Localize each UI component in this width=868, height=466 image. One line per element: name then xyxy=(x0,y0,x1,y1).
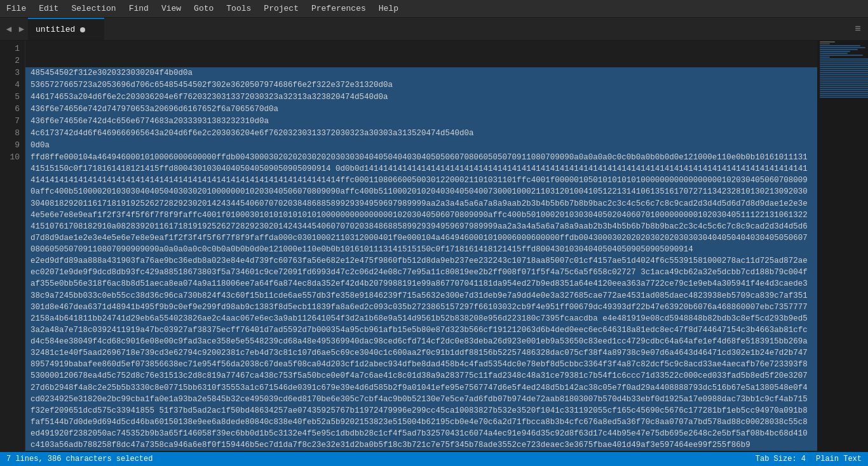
code-area[interactable]: 485454502f312e3020323030204f4b0d0a 53657… xyxy=(25,41,817,452)
line-numbers: 1 2 3 4 5 6 7 8 9 10 xyxy=(0,41,25,452)
code-line-3: 485454502f312e3020323030204f4b0d0a xyxy=(25,67,817,79)
tab-modified-indicator xyxy=(80,27,85,32)
menu-find[interactable]: Find xyxy=(123,1,155,16)
status-left: 7 lines, 386 characters selected xyxy=(6,455,153,463)
line-num-9: 9 xyxy=(5,140,20,152)
line-num-8: 8 xyxy=(5,128,20,140)
menu-tools[interactable]: Tools xyxy=(220,1,257,16)
menu-project[interactable]: Project xyxy=(257,1,305,16)
code-line-10: ffd8ffe000104a4649460001010006000600000f… xyxy=(25,152,817,451)
code-line-9: 0d0a xyxy=(25,140,817,152)
line-num-5: 5 xyxy=(5,91,20,103)
tab-prev-arrow[interactable]: ◀ xyxy=(3,20,15,38)
line-num-6: 6 xyxy=(5,103,20,116)
menu-selection[interactable]: Selection xyxy=(65,1,122,16)
editor-container: 1 2 3 4 5 6 7 8 9 10 485454502f312e30203… xyxy=(0,41,868,452)
code-line-7: 436f6e74656e742d4c656e6774683a2033393138… xyxy=(25,116,817,128)
line-num-7: 7 xyxy=(5,116,20,128)
code-line-8: 4c6173742d4d6f6469666965643a204d6f6e2c20… xyxy=(25,128,817,140)
menu-view[interactable]: View xyxy=(155,1,187,16)
active-tab[interactable]: untitled xyxy=(28,18,104,40)
status-bar: 7 lines, 386 characters selected Tab Siz… xyxy=(0,452,868,466)
tab-overflow-button[interactable]: ≡ xyxy=(850,20,865,38)
menu-bar: File Edit Selection Find View Goto Tools… xyxy=(0,0,868,18)
tab-title: untitled xyxy=(36,25,75,34)
line-num-1: 1 xyxy=(5,43,20,55)
selection-info: 7 lines, 386 characters selected xyxy=(6,455,153,463)
menu-help[interactable]: Help xyxy=(372,1,405,16)
menu-edit[interactable]: Edit xyxy=(32,1,65,16)
language-info[interactable]: Plain Text xyxy=(816,455,862,463)
line-num-3: 3 xyxy=(5,67,20,79)
code-line-5: 446174653a204d6f6e2c203036204e6f76203230… xyxy=(25,91,817,103)
code-line-6: 436f6e74656e742d747970653a20696d6167652f… xyxy=(25,103,817,116)
tab-next-arrow[interactable]: ▶ xyxy=(15,20,28,38)
minimap xyxy=(817,41,868,452)
line-num-2: 2 xyxy=(5,55,20,67)
menu-goto[interactable]: Goto xyxy=(187,1,220,16)
code-line-4: 5365727665723a2053696d706c65485454502f30… xyxy=(25,79,817,91)
menu-file[interactable]: File xyxy=(0,1,32,16)
menu-preferences[interactable]: Preferences xyxy=(305,1,372,16)
code-line-2 xyxy=(25,55,817,67)
tab-size-info[interactable]: Tab Size: 4 xyxy=(756,455,806,463)
code-line-1 xyxy=(25,43,817,55)
status-right: Tab Size: 4 Plain Text xyxy=(756,455,862,463)
tab-bar: ◀ ▶ untitled ≡ xyxy=(0,18,868,41)
line-num-4: 4 xyxy=(5,79,20,91)
line-num-10: 10 xyxy=(5,152,20,164)
